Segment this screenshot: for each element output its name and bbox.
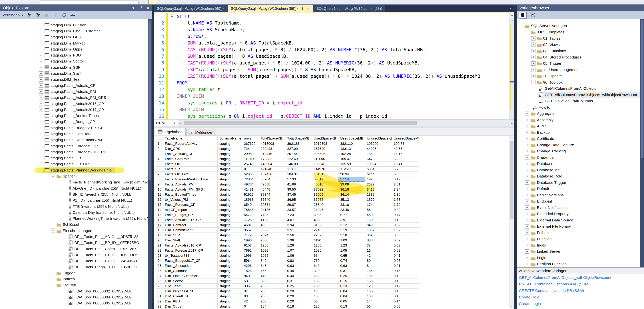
results-cell[interactable]: 40 [312, 294, 338, 299]
results-cell[interactable]: 0.44 [285, 273, 312, 279]
results-cell[interactable]: 104.94 [285, 172, 312, 177]
results-cell[interactable]: 107456 [259, 172, 285, 177]
disconnect-plug-icon[interactable]: × [35, 12, 41, 18]
tree-item[interactable]: +03. Functions [517, 48, 644, 54]
results-cell[interactable]: 37 [242, 289, 259, 294]
tree-item[interactable]: +Backup [517, 129, 644, 136]
results-cell[interactable]: staging [218, 167, 242, 172]
results-cell[interactable]: staging [218, 268, 242, 273]
results-cell[interactable]: 0.41 [392, 253, 419, 258]
results-cell[interactable]: 91925 [242, 192, 259, 197]
results-cell[interactable]: 2624 [259, 233, 285, 238]
results-cell[interactable]: 32 [365, 243, 392, 248]
results-cell[interactable]: Dim_Opps [163, 304, 218, 309]
results-cell[interactable]: 0.25 [338, 273, 365, 279]
results-cell[interactable]: 2232 [312, 233, 338, 238]
results-cell[interactable]: 1826 [242, 268, 259, 273]
results-cell[interactable]: 1080 [312, 248, 338, 253]
results-cell[interactable]: 183.13 [338, 146, 365, 151]
results-cell[interactable]: 168 [365, 279, 392, 284]
splitter-grip-icon[interactable]: ≡ [510, 13, 514, 18]
sql-editor[interactable]: 1−SELECT2 t.NAME AS TableName,3 s.Name A… [154, 13, 514, 119]
recent-template-link[interactable]: GET_AllColumnsFromAllObjects_withObjectR… [517, 274, 644, 281]
results-cell[interactable]: 2.18 [338, 233, 365, 238]
tree-item[interactable]: GET_AllColumnsFromAllObjects_withObjectR… [517, 92, 644, 98]
results-cell[interactable]: 1996 [242, 253, 259, 258]
expander-icon[interactable]: + [39, 96, 43, 100]
results-cell[interactable]: staging [218, 202, 242, 207]
results-cell[interactable]: 1.09 [338, 238, 365, 243]
sql-templates-button[interactable] [519, 12, 526, 18]
row-header[interactable]: 10 [156, 187, 163, 192]
results-cell[interactable]: 480 [365, 212, 392, 217]
tree-item[interactable]: PlannedWorkingTime (nvarchar(255), Nicht… [0, 216, 152, 222]
results-cell[interactable]: 0.05 [338, 299, 365, 304]
results-cell[interactable]: 1872 [365, 197, 392, 202]
results-cell[interactable]: 207.44 [285, 151, 312, 156]
tree-item[interactable]: −staging.Facts_PlannedWorkingTime [0, 167, 152, 173]
results-cell[interactable]: 1.07 [285, 248, 312, 253]
results-cell[interactable]: 0.63 [338, 263, 365, 268]
results-cell[interactable]: 128 [312, 304, 338, 309]
results-cell[interactable]: 0.20 [285, 294, 312, 299]
template-tree-scrollbar[interactable] [640, 19, 644, 309]
tree-item[interactable]: +Full-text [517, 230, 644, 236]
editor-results-splitter[interactable] [154, 126, 514, 128]
results-cell[interactable]: Facts_Salesprice [163, 263, 218, 268]
results-cell[interactable]: 4016008 [259, 141, 285, 146]
results-cell[interactable]: 0.05 [392, 304, 419, 309]
results-cell[interactable]: 3.34 [392, 187, 419, 192]
row-header[interactable]: 33 [156, 304, 163, 309]
tree-item[interactable]: −90. Toolbox [517, 79, 644, 86]
expander-icon[interactable]: + [525, 124, 529, 128]
tree-item[interactable]: +20. Update [517, 73, 644, 79]
tree-item[interactable]: _WA_Sys_00000002_0C932D4A [0, 288, 152, 294]
results-cell[interactable]: 80 [365, 258, 392, 263]
row-header[interactable]: 8 [156, 177, 163, 182]
row-header[interactable]: 12 [156, 197, 163, 202]
stop-icon[interactable] [44, 12, 50, 18]
results-cell[interactable]: 9107 [242, 243, 259, 248]
results-cell[interactable]: Dim_BusinessUnit [163, 289, 218, 294]
expander-icon[interactable]: + [525, 224, 529, 229]
results-cell[interactable]: staging [218, 289, 242, 294]
tree-item[interactable]: +11. Usermanagement [517, 67, 644, 73]
row-header[interactable]: 19 [156, 233, 163, 238]
recent-template-link[interactable]: CREATE Contained User in DB (SSM) [517, 287, 644, 294]
results-cell[interactable]: 4032 [259, 223, 285, 228]
results-cell[interactable]: 160 [365, 217, 392, 223]
results-cell[interactable]: staging [218, 177, 242, 182]
row-header[interactable]: 22 [156, 248, 163, 253]
tree-item[interactable]: 010DF__Facts_Pla__Plann__124C06A0 [0, 258, 152, 264]
results-cell[interactable]: 6.70 [392, 167, 419, 172]
results-cell[interactable]: staging [218, 299, 242, 304]
tree-item[interactable]: +staging.Dim_Final_Customer [0, 28, 152, 34]
tree-item[interactable]: +staging.Facts_CostRate [0, 131, 152, 137]
results-cell[interactable]: staging [218, 182, 242, 187]
results-cell[interactable]: staging [218, 217, 242, 223]
row-header[interactable]: 4 [156, 156, 163, 161]
results-cell[interactable]: 0.14 [392, 299, 419, 304]
tree-item[interactable]: BP_ID (nvarchar(255), Nicht NULL) [0, 191, 152, 197]
results-cell[interactable]: 168 [365, 268, 392, 273]
results-cell[interactable]: 840 [365, 223, 392, 228]
tree-item[interactable]: +Assembly [517, 117, 644, 123]
results-cell[interactable]: 88 [365, 207, 392, 212]
tree-item[interactable]: +Change Data Capture [517, 142, 644, 148]
expander-icon[interactable]: + [39, 65, 43, 69]
tree-item[interactable]: P1_ID (nvarchar(255), Nicht NULL) [0, 197, 152, 203]
results-cell[interactable]: Facts_Actuals_PM_GPS [163, 187, 218, 192]
expander-icon[interactable]: + [525, 143, 529, 147]
tree-item[interactable]: +Credential [517, 154, 644, 161]
expander-icon[interactable]: + [525, 193, 529, 197]
row-header[interactable]: 16 [156, 217, 163, 223]
expander-icon[interactable]: − [531, 80, 536, 84]
results-cell[interactable]: 232448 [259, 146, 285, 151]
results-cell[interactable]: staging [218, 161, 242, 167]
results-cell[interactable]: 121840 [259, 167, 285, 172]
tree-item[interactable]: 010DF__Facts_Pla__AD-On__0D875183 [0, 234, 152, 240]
results-cell[interactable]: 3.94 [285, 223, 312, 228]
results-cell[interactable]: Dim_Calendar [163, 268, 218, 273]
results-cell[interactable]: 3.51 [285, 228, 312, 233]
results-cell[interactable]: 1352 [365, 228, 392, 233]
